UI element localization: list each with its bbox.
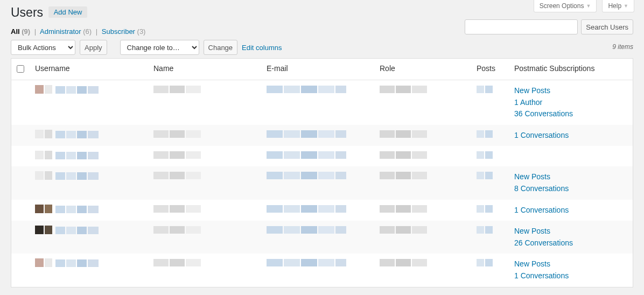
screen-options-label: Screen Options xyxy=(540,2,584,10)
edit-columns-link[interactable]: Edit columns xyxy=(242,44,282,52)
redacted-value xyxy=(55,172,99,180)
table-row: 1 Conversations xyxy=(11,200,633,221)
col-header-username[interactable]: Username xyxy=(30,59,148,80)
items-count: 9 items xyxy=(612,43,633,51)
avatar xyxy=(35,205,52,213)
table-row: New Posts1 Author36 Conversations xyxy=(11,80,633,125)
col-header-posts: Posts xyxy=(471,59,509,80)
redacted-value xyxy=(55,259,99,267)
subscription-link[interactable]: New Posts xyxy=(514,259,627,270)
redacted-value xyxy=(153,86,201,93)
table-row: New Posts1 Conversations xyxy=(11,254,633,287)
avatar xyxy=(35,259,52,266)
col-header-name[interactable]: Name xyxy=(148,59,261,80)
subscription-link[interactable]: 36 Conversations xyxy=(514,109,627,120)
redacted-value xyxy=(267,86,346,93)
redacted-value xyxy=(380,259,427,266)
redacted-value xyxy=(477,151,493,159)
redacted-value xyxy=(477,86,493,93)
redacted-value xyxy=(55,131,99,138)
avatar xyxy=(35,226,52,234)
redacted-value xyxy=(153,172,201,179)
avatar xyxy=(35,130,52,138)
redacted-value xyxy=(267,259,346,266)
apply-button[interactable]: Apply xyxy=(80,40,107,55)
filter-administrator[interactable]: Administrator (6) xyxy=(40,27,92,36)
redacted-value xyxy=(477,259,493,266)
help-tab[interactable]: Help ▼ xyxy=(602,0,634,12)
redacted-value xyxy=(153,151,201,159)
subscription-link[interactable]: 1 Conversations xyxy=(514,271,627,282)
redacted-value xyxy=(267,172,346,179)
avatar xyxy=(35,151,52,159)
subscription-link[interactable]: 1 Conversations xyxy=(514,130,627,141)
redacted-value xyxy=(153,226,201,234)
table-row: 1 Conversations xyxy=(11,125,633,146)
redacted-value xyxy=(153,205,201,213)
subscription-link[interactable]: 1 Author xyxy=(514,97,627,108)
subscription-link[interactable]: New Posts xyxy=(514,226,627,237)
avatar xyxy=(35,172,52,179)
redacted-value xyxy=(477,172,493,179)
bulk-actions-select[interactable]: Bulk Actions xyxy=(11,40,75,55)
redacted-value xyxy=(477,226,493,234)
redacted-value xyxy=(153,259,201,266)
redacted-value xyxy=(380,130,427,138)
table-row: New Posts26 Conversations xyxy=(11,221,633,254)
subscription-link[interactable]: New Posts xyxy=(514,172,627,182)
help-label: Help xyxy=(608,2,621,10)
redacted-value xyxy=(380,226,427,234)
subscription-link[interactable]: 26 Conversations xyxy=(514,238,627,249)
redacted-value xyxy=(55,227,99,234)
caret-down-icon: ▼ xyxy=(624,3,628,9)
add-new-button[interactable]: Add New xyxy=(48,6,88,18)
redacted-value xyxy=(477,130,493,138)
subscription-link[interactable]: 1 Conversations xyxy=(514,205,627,216)
col-header-role: Role xyxy=(374,59,471,80)
redacted-value xyxy=(380,86,427,93)
change-button[interactable]: Change xyxy=(204,40,238,55)
change-role-select[interactable]: Change role to… xyxy=(120,40,199,55)
users-table: Username Name E-mail Role Posts Postmati… xyxy=(11,58,633,287)
redacted-value xyxy=(380,172,427,179)
redacted-value xyxy=(153,130,201,138)
redacted-value xyxy=(477,205,493,213)
select-all-checkbox[interactable] xyxy=(17,65,24,73)
redacted-value xyxy=(55,152,99,159)
filter-subscriber[interactable]: Subscriber (3) xyxy=(102,27,146,36)
screen-options-tab[interactable]: Screen Options ▼ xyxy=(534,0,597,12)
subscription-link[interactable]: 8 Conversations xyxy=(514,184,627,194)
avatar xyxy=(35,86,52,93)
search-input[interactable] xyxy=(465,19,578,34)
page-title: Users xyxy=(11,5,43,20)
search-users-button[interactable]: Search Users xyxy=(581,19,633,34)
subscription-link[interactable]: New Posts xyxy=(514,86,627,96)
redacted-value xyxy=(380,205,427,213)
col-header-subscriptions: Postmatic Subscriptions xyxy=(509,59,633,80)
redacted-value xyxy=(267,205,346,213)
redacted-value xyxy=(267,130,346,138)
redacted-value xyxy=(55,86,99,94)
filter-all[interactable]: All (9) xyxy=(11,27,30,36)
redacted-value xyxy=(55,206,99,213)
table-row: New Posts8 Conversations xyxy=(11,166,633,199)
redacted-value xyxy=(267,151,346,159)
redacted-value xyxy=(267,226,346,234)
col-header-email[interactable]: E-mail xyxy=(261,59,374,80)
caret-down-icon: ▼ xyxy=(586,3,591,9)
redacted-value xyxy=(380,151,427,159)
table-row xyxy=(11,146,633,166)
